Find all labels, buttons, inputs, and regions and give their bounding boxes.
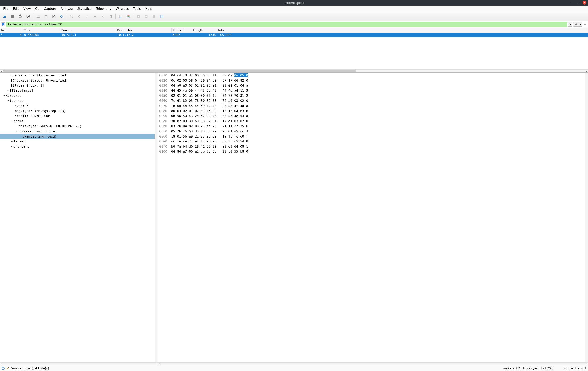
hex-line[interactable]: 00b0 03 2b 04 82 03 27 ed 26 71 11 27 35… bbox=[159, 124, 584, 129]
menu-telephony[interactable]: Telephony bbox=[94, 6, 113, 11]
col-header-info[interactable]: Info bbox=[217, 28, 588, 33]
menu-wireless[interactable]: Wireless bbox=[114, 6, 130, 11]
auto-scroll-icon[interactable] bbox=[117, 13, 124, 20]
tree-line[interactable]: pvno: 5 bbox=[0, 104, 155, 109]
shark-fin-icon[interactable] bbox=[1, 13, 9, 20]
col-header-no[interactable]: No. bbox=[0, 28, 23, 33]
hex-line[interactable]: 00a0 30 82 03 39 a0 03 02 01 17 a1 03 02… bbox=[159, 119, 584, 124]
stop-capture-icon[interactable] bbox=[9, 13, 16, 20]
colorize-icon[interactable] bbox=[125, 13, 132, 20]
filter-history-dropdown[interactable]: ▾ bbox=[579, 22, 582, 27]
hex-line[interactable]: 0080 a0 03 02 01 02 a1 15 30 13 1b 04 63… bbox=[159, 109, 584, 114]
clear-filter-icon[interactable]: ✕ bbox=[568, 22, 572, 27]
col-header-length[interactable]: Length bbox=[192, 28, 217, 33]
menu-file[interactable]: File bbox=[2, 6, 10, 11]
packet-bytes-view[interactable]: 0010 04 c4 48 d7 00 00 80 11 ca 49 0a 05… bbox=[158, 73, 585, 362]
hex-line[interactable]: 00c0 05 7b f6 53 d3 13 b5 7e 7c 61 a5 cc… bbox=[159, 129, 584, 134]
scroll-left-icon[interactable]: ◂ bbox=[0, 70, 3, 72]
hex-line[interactable]: 0050 02 01 01 a1 08 30 06 1b 04 78 70 31… bbox=[159, 93, 584, 98]
collapse-icon[interactable]: ▾ bbox=[7, 98, 10, 104]
status-profile[interactable]: Profile: Default bbox=[564, 367, 586, 370]
go-first-icon[interactable] bbox=[99, 13, 106, 20]
tree-line[interactable]: ▸[Timestamps] bbox=[0, 88, 155, 93]
scroll-left-icon[interactable]: ◂ bbox=[0, 363, 3, 365]
hex-hscroll[interactable]: ◂ ▸ bbox=[158, 362, 588, 365]
hex-line[interactable]: 0020 0c 02 00 58 04 29 04 b0 67 17 6d 82… bbox=[159, 78, 584, 83]
apply-filter-icon[interactable] bbox=[573, 22, 579, 27]
packet-row[interactable]: └8 0.653004 10.5.3.1 10.1.12.2 KRB5 1234… bbox=[0, 33, 588, 37]
hex-line[interactable]: 00f0 b6 7a b4 d0 28 41 29 80 a0 e9 64 08… bbox=[159, 144, 584, 149]
tree-hscroll[interactable]: ◂ ▸ bbox=[0, 362, 158, 365]
menu-statistics[interactable]: Statistics bbox=[75, 6, 93, 11]
go-forward-icon[interactable] bbox=[84, 13, 91, 20]
expand-icon[interactable]: ▸ bbox=[11, 144, 13, 149]
restart-capture-icon[interactable] bbox=[17, 13, 24, 20]
tree-line[interactable]: [Checksum Status: Unverified] bbox=[0, 78, 155, 83]
scrollbar-thumb[interactable] bbox=[3, 70, 356, 72]
open-file-icon[interactable] bbox=[35, 13, 42, 20]
hex-line[interactable]: 0040 44 45 4e 59 44 43 2e 43 4f 4d a4 11… bbox=[159, 88, 584, 93]
expert-info-icon[interactable] bbox=[2, 367, 4, 370]
collapse-icon[interactable]: ▾ bbox=[11, 119, 13, 124]
menu-capture[interactable]: Capture bbox=[42, 6, 58, 11]
hex-line[interactable]: 0070 1b 0a 44 45 4e 59 44 43 2e 43 4f 4d… bbox=[159, 104, 584, 109]
go-to-packet-icon[interactable] bbox=[91, 13, 99, 20]
expand-icon[interactable]: ▸ bbox=[11, 139, 13, 144]
expand-icon[interactable]: ▸ bbox=[7, 88, 10, 93]
hex-line[interactable]: 0010 04 c4 48 d7 00 00 80 11 ca 49 0a 05… bbox=[159, 73, 584, 78]
resize-columns-icon[interactable] bbox=[158, 13, 165, 20]
menu-view[interactable]: View bbox=[22, 6, 32, 11]
zoom-reset-icon[interactable]: 1 bbox=[150, 13, 158, 20]
zoom-out-icon[interactable] bbox=[143, 13, 150, 20]
tree-line[interactable]: ▾cname-string: 1 item bbox=[0, 129, 155, 134]
hex-line[interactable]: 0090 0b 56 50 43 2d 57 32 4b 33 45 4e 54… bbox=[159, 114, 584, 119]
go-last-icon[interactable] bbox=[107, 13, 114, 20]
tree-vscroll[interactable] bbox=[155, 73, 158, 362]
hex-line[interactable]: 00e0 cc fa ce 7f ef 17 ec eb da 5c c5 54… bbox=[159, 139, 584, 144]
display-filter-input[interactable] bbox=[6, 22, 567, 27]
scroll-right-icon[interactable]: ▸ bbox=[585, 363, 588, 365]
close-file-icon[interactable] bbox=[50, 13, 58, 20]
hex-line[interactable]: 00d0 18 01 56 a9 21 37 ae 2a 1a fb fc e0… bbox=[159, 134, 584, 139]
maximize-icon[interactable]: ▢ bbox=[576, 1, 580, 4]
tree-line[interactable]: ▸ticket bbox=[0, 139, 155, 144]
scroll-right-icon[interactable]: ▸ bbox=[155, 363, 158, 365]
minimize-icon[interactable]: — bbox=[570, 1, 573, 4]
hex-line[interactable]: 0100 6d 84 a7 60 a2 ce 7e 5c 28 c0 55 b8… bbox=[159, 149, 584, 154]
tree-line[interactable]: name-type: kRB5-NT-PRINCIPAL (1) bbox=[0, 124, 155, 129]
menu-analyze[interactable]: Analyze bbox=[59, 6, 74, 11]
col-header-destination[interactable]: Destination bbox=[116, 28, 172, 33]
packet-list-body[interactable]: └8 0.653004 10.5.3.1 10.1.12.2 KRB5 1234… bbox=[0, 33, 588, 69]
find-icon[interactable] bbox=[68, 13, 75, 20]
col-header-protocol[interactable]: Protocol bbox=[172, 28, 192, 33]
menu-edit[interactable]: Edit bbox=[11, 6, 21, 11]
go-back-icon[interactable] bbox=[76, 13, 83, 20]
save-file-icon[interactable] bbox=[42, 13, 50, 20]
tree-line[interactable]: msg-type: krb-tgs-rep (13) bbox=[0, 109, 155, 114]
tree-line-selected[interactable]: CNameString: xp1$ bbox=[0, 134, 155, 139]
bookmark-icon[interactable] bbox=[1, 22, 5, 26]
col-header-time[interactable]: Time bbox=[23, 28, 60, 33]
tree-line[interactable]: ▾tgs-rep bbox=[0, 98, 155, 104]
tree-line[interactable]: ▾Kerberos bbox=[0, 93, 155, 98]
menu-go[interactable]: Go bbox=[34, 6, 41, 11]
close-icon[interactable]: ✕ bbox=[583, 1, 586, 4]
edit-capture-comment-icon[interactable] bbox=[6, 367, 10, 370]
capture-options-icon[interactable] bbox=[25, 13, 32, 20]
zoom-in-icon[interactable] bbox=[135, 13, 142, 20]
tree-line[interactable]: ▾cname bbox=[0, 119, 155, 124]
tree-line[interactable]: crealm: DENYDC.COM bbox=[0, 114, 155, 119]
hex-vscroll[interactable] bbox=[585, 73, 588, 362]
scroll-right-icon[interactable]: ▸ bbox=[585, 70, 588, 72]
hex-line[interactable]: 0030 04 a0 a0 03 02 01 05 a1 03 02 01 0d… bbox=[159, 83, 584, 88]
tree-line[interactable]: [Stream index: 3] bbox=[0, 83, 155, 88]
collapse-icon[interactable]: ▾ bbox=[15, 129, 17, 134]
hex-line[interactable]: 0060 7c 61 82 03 78 30 82 03 74 a0 03 02… bbox=[159, 98, 584, 104]
col-header-source[interactable]: Source bbox=[60, 28, 116, 33]
packet-details-tree[interactable]: Checksum: 0x6717 [unverified] [Checksum … bbox=[0, 73, 155, 362]
add-filter-button-icon[interactable]: ＋ bbox=[583, 22, 587, 27]
reload-file-icon[interactable] bbox=[58, 13, 65, 20]
menu-tools[interactable]: Tools bbox=[132, 6, 143, 11]
menu-help[interactable]: Help bbox=[144, 6, 154, 11]
collapse-icon[interactable]: ▾ bbox=[3, 93, 6, 98]
